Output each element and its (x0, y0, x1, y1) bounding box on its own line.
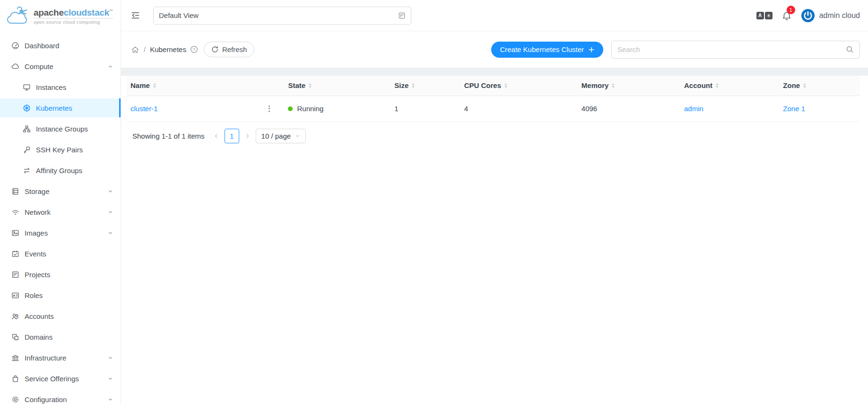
column-label: Account (684, 81, 712, 89)
sidebar-item-dashboard[interactable]: Dashboard (0, 36, 121, 55)
sidebar-menu: Dashboard Compute Instances (0, 31, 121, 404)
sidebar-item-images[interactable]: Images (0, 223, 121, 242)
sidebar-item-compute[interactable]: Compute (0, 57, 121, 76)
cluster-name-link[interactable]: cluster-1 (130, 105, 158, 113)
key-icon (23, 146, 31, 154)
sidebar-item-configuration[interactable]: Configuration (0, 390, 121, 404)
shopping-bag-icon (11, 375, 19, 383)
notification-bell-icon[interactable]: 1 (781, 9, 792, 21)
sort-caret-icon[interactable] (504, 83, 507, 88)
search-icon[interactable] (846, 45, 854, 53)
sidebar-item-projects[interactable]: Projects (0, 265, 121, 284)
chevron-down-icon (108, 355, 113, 360)
sidebar-item-instance-groups[interactable]: Instance Groups (0, 119, 121, 138)
translation-icon[interactable]: A (756, 12, 773, 19)
header-actions: A 1 (756, 9, 860, 23)
database-icon (11, 187, 19, 195)
sidebar-item-label: SSH Key Pairs (36, 146, 113, 154)
search-box (611, 41, 860, 59)
sort-caret-icon[interactable] (153, 83, 156, 88)
column-header-cpu-cores[interactable]: CPU Cores (460, 76, 578, 96)
sidebar-item-label: Configuration (25, 395, 108, 404)
sidebar-item-label: Instances (36, 83, 113, 91)
sidebar-item-infrastructure[interactable]: Infrastructure (0, 348, 121, 367)
menu-fold-icon[interactable] (131, 11, 140, 20)
table-row: cluster-1 Running 1 4 4096 admin Z (127, 96, 860, 122)
create-kubernetes-cluster-button[interactable]: Create Kubernetes Cluster (491, 42, 603, 58)
bank-icon (11, 354, 19, 362)
size-cell: 1 (391, 96, 460, 122)
column-header-state[interactable]: State (284, 76, 391, 96)
sort-caret-icon[interactable] (716, 83, 719, 88)
sidebar-item-roles[interactable]: Roles (0, 286, 121, 305)
search-input[interactable] (617, 45, 842, 53)
app-logo[interactable]: apachecloudstack™ open source cloud comp… (0, 0, 121, 31)
sidebar-item-label: Roles (25, 291, 113, 299)
breadcrumb-row: / Kubernetes ? Refresh Create Kubernetes… (121, 31, 868, 68)
sidebar-item-label: Accounts (25, 312, 113, 320)
sidebar-item-kubernetes[interactable]: Kubernetes (0, 98, 121, 117)
column-header-name[interactable]: Name (127, 76, 284, 96)
chevron-down-icon (108, 210, 113, 215)
column-header-memory[interactable]: Memory (578, 76, 680, 96)
brand-apache: apache (34, 8, 64, 18)
chevron-down-icon (108, 376, 113, 381)
user-avatar[interactable] (801, 9, 815, 23)
sidebar-item-accounts[interactable]: Accounts (0, 307, 121, 325)
chevron-up-icon (108, 64, 113, 69)
sidebar-item-affinity-groups[interactable]: Affinity Groups (0, 161, 121, 180)
page-size-select[interactable]: 10 / page (256, 129, 306, 143)
sidebar-item-events[interactable]: Events (0, 244, 121, 263)
cpu-cores-cell: 4 (460, 96, 578, 122)
column-label: Size (394, 81, 408, 89)
sidebar-item-label: Events (25, 250, 113, 258)
column-header-size[interactable]: Size (391, 76, 460, 96)
sidebar-item-label: Domains (25, 333, 113, 341)
chevron-down-icon (295, 133, 300, 139)
sidebar-item-ssh-key-pairs[interactable]: SSH Key Pairs (0, 140, 121, 159)
sort-caret-icon[interactable] (309, 83, 312, 88)
sidebar-item-label: Network (25, 208, 108, 216)
sort-caret-icon[interactable] (412, 83, 415, 88)
refresh-icon (211, 46, 218, 53)
swap-icon (23, 167, 31, 175)
pagination: Showing 1-1 of 1 items 1 10 / page (127, 122, 860, 143)
cloudstack-monkey-logo-icon (6, 5, 30, 26)
sidebar-item-storage[interactable]: Storage (0, 182, 121, 201)
column-label: Name (130, 81, 150, 89)
prev-page-button[interactable] (212, 133, 220, 139)
next-page-button[interactable] (243, 133, 252, 139)
sort-caret-icon[interactable] (803, 83, 806, 88)
sidebar-item-label: Kubernetes (36, 104, 113, 112)
gear-icon (11, 395, 19, 404)
translation-star-glyph (765, 12, 773, 19)
dashboard-icon (11, 42, 19, 50)
sidebar-item-instances[interactable]: Instances (0, 78, 121, 97)
page-1-button[interactable]: 1 (225, 129, 239, 143)
clusters-table: Name State Size CPU Cores (127, 76, 860, 122)
sidebar-item-network[interactable]: Network (0, 202, 121, 221)
sidebar-item-domains[interactable]: Domains (0, 327, 121, 346)
picture-icon (11, 229, 19, 237)
chevron-down-icon (108, 189, 113, 194)
column-header-zone[interactable]: Zone (779, 76, 860, 96)
zone-link[interactable]: Zone 1 (783, 105, 805, 113)
team-icon (11, 312, 19, 320)
help-icon[interactable]: ? (190, 45, 198, 53)
project-view-input[interactable] (153, 7, 411, 25)
sidebar-item-service-offerings[interactable]: Service Offerings (0, 369, 121, 388)
row-actions-dots-icon[interactable] (267, 104, 272, 114)
account-link[interactable]: admin (684, 105, 703, 113)
user-menu[interactable]: admin cloud (801, 9, 860, 23)
home-icon[interactable] (131, 45, 139, 54)
project-view-value[interactable] (159, 11, 394, 19)
project-icon[interactable] (398, 12, 406, 19)
calendar-check-icon (11, 250, 19, 258)
refresh-button[interactable]: Refresh (204, 42, 255, 57)
sort-caret-icon[interactable] (612, 83, 615, 88)
kubernetes-icon (23, 104, 31, 112)
translation-letter: A (756, 12, 764, 19)
column-header-account[interactable]: Account (680, 76, 779, 96)
pagination-summary: Showing 1-1 of 1 items (132, 132, 205, 140)
sidebar-item-label: Instance Groups (36, 125, 113, 133)
